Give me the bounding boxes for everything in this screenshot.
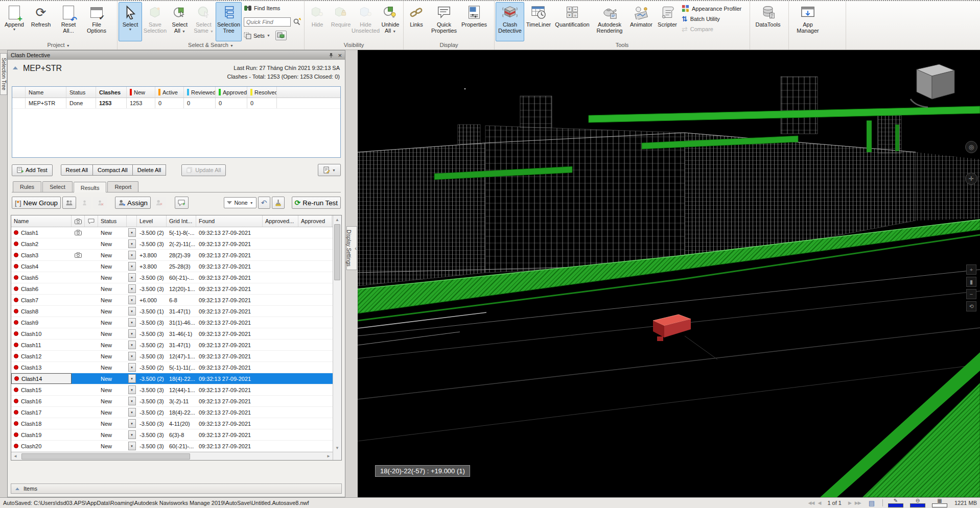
zoom-in-button[interactable]: + (966, 264, 976, 275)
select-all-button[interactable]: Select All ▼ (168, 2, 192, 41)
quick-find-input[interactable] (244, 17, 291, 27)
panel-title-bar[interactable]: Clash Detective × (8, 51, 345, 60)
tab-report[interactable]: Report (107, 181, 138, 192)
ribbon-group-label-project[interactable]: Project ▼ (0, 41, 117, 50)
status-dropdown[interactable]: ▼ (128, 442, 136, 450)
group-selected-button[interactable] (62, 197, 76, 209)
selection-tree-side-tab[interactable]: Selection Tree (0, 53, 7, 95)
remove-from-group-button[interactable] (93, 197, 107, 209)
reset-all-button[interactable]: ↶ Reset All... (54, 2, 83, 41)
status-dropdown[interactable]: ▼ (128, 374, 136, 383)
quick-find-search-icon[interactable] (293, 18, 301, 26)
clash-result-row[interactable]: Clash5 New ▼ -3.500 (3) 60(-21)-... 09:3… (11, 272, 333, 283)
hide-unselected-button[interactable]: Hide Unselected (353, 2, 379, 41)
status-dropdown[interactable]: ▼ (128, 318, 136, 327)
file-options-button[interactable]: ✔ File Options (83, 2, 110, 41)
clash-result-row[interactable]: Clash13 New ▼ -3.500 (2) 5(-1)-11(... 09… (11, 362, 333, 373)
appearance-profiler-button[interactable]: Appearance Profiler (682, 4, 741, 13)
clash-result-row[interactable]: Clash16 New ▼ -3.500 (3) 3(-2)-11 09:32:… (11, 396, 333, 407)
filter-dropdown[interactable]: None ▼ (224, 197, 256, 208)
col-saved-viewpoint[interactable] (72, 215, 85, 227)
status-dropdown[interactable]: ▼ (128, 262, 136, 271)
clash-result-row[interactable]: Clash17 New ▼ -3.500 (2) 18(4)-22... 09:… (11, 407, 333, 418)
reset-all-test-button[interactable]: Reset All (61, 164, 93, 176)
select-button[interactable]: Select▼ (119, 2, 142, 41)
status-dropdown[interactable]: ▼ (128, 284, 136, 293)
horizontal-scrollbar[interactable]: ◄ ► (11, 452, 333, 460)
highlight-all-button[interactable] (272, 197, 285, 209)
zoom-out-button[interactable]: − (966, 289, 976, 299)
refresh-button[interactable]: ⟳ Refresh (28, 2, 54, 41)
select-same-button[interactable]: Select Same ▼ (192, 2, 216, 41)
clash-result-row[interactable]: Clash7 New ▼ +6.000 6-8 09:32:13 27-09-2… (11, 295, 333, 306)
datatools-button[interactable]: DataTools (751, 2, 785, 41)
hide-button[interactable]: Hide (306, 2, 329, 41)
update-all-button[interactable]: Update All (181, 164, 226, 176)
status-dropdown[interactable]: ▼ (128, 363, 136, 372)
ribbon-group-label-display[interactable]: Display (404, 41, 494, 50)
items-section-bar[interactable]: Items (11, 483, 342, 494)
compare-button[interactable]: ⇄ Compare (682, 25, 741, 33)
clash-result-row[interactable]: Clash1 New ▼ -3.500 (2) 5(-1)-8(-... 09:… (11, 227, 333, 238)
first-sheet-icon[interactable]: ◀◀ (808, 500, 814, 505)
vertical-scroll-thumb[interactable] (334, 224, 340, 280)
rerun-test-button[interactable]: ⟳ Re-run Test (292, 197, 341, 209)
col-comments[interactable] (85, 215, 98, 227)
col-level[interactable]: Level (137, 215, 167, 227)
save-selection-button[interactable]: Save Selection (142, 2, 168, 41)
append-button[interactable]: + Append▼ (1, 2, 28, 41)
clash-result-row[interactable]: Clash12 New ▼ -3.500 (3) 12(47)-1... 09:… (11, 351, 333, 362)
clash-result-row[interactable]: Clash8 New ▼ -3.500 (1) 31-47(1) 09:32:1… (11, 306, 333, 317)
col-name[interactable]: Name (11, 215, 72, 227)
status-dropdown[interactable]: ▼ (128, 307, 136, 316)
status-dropdown[interactable]: ▼ (128, 385, 136, 394)
manage-sets-button[interactable] (275, 31, 287, 40)
delete-all-button[interactable]: Delete All (132, 164, 166, 176)
quantification-button[interactable]: +−×= Quantification (553, 2, 592, 41)
add-comment-button[interactable]: + (175, 197, 189, 209)
viewport-3d[interactable]: ◎ ✛ + ▮ − ⟲ 18(-20)-22(-57) : +19.000 (1… (358, 50, 980, 497)
ribbon-group-label-tools[interactable]: Tools (495, 41, 750, 50)
clash-result-row[interactable]: Clash14 New ▼ -3.500 (2) 18(4)-22... 09:… (11, 373, 333, 384)
tab-results[interactable]: Results (74, 182, 107, 192)
col-approved[interactable]: Approved (298, 215, 332, 227)
status-dropdown[interactable]: ▼ (128, 419, 136, 428)
clash-result-row[interactable]: Clash11 New ▼ -3.500 (2) 31-47(1) 09:32:… (11, 340, 333, 351)
pan-button[interactable]: ✛ (965, 173, 977, 185)
col-grid-intersection[interactable]: Grid Int... (167, 215, 196, 227)
report-export-button[interactable]: ▼ (318, 164, 341, 176)
unhide-all-button[interactable]: Unhide All ▼ (379, 2, 402, 41)
find-items-button[interactable]: Find Items (244, 3, 301, 13)
properties-button[interactable]: Properties (460, 2, 488, 41)
col-approved-by[interactable]: Approved... (263, 215, 298, 227)
clash-result-row[interactable]: Clash15 New ▼ -3.500 (3) 12(44)-1... 09:… (11, 384, 333, 396)
status-dropdown[interactable]: ▼ (128, 228, 136, 237)
last-sheet-icon[interactable]: ▶▶ (855, 500, 861, 505)
col-status[interactable]: Status (98, 215, 127, 227)
add-test-button[interactable]: + Add Test (12, 164, 53, 176)
quick-properties-button[interactable]: Quick Properties (428, 2, 460, 41)
clash-detective-button[interactable]: Clash Detective (496, 2, 524, 41)
batch-utility-button[interactable]: ⇅ Batch Utility (682, 14, 741, 23)
new-group-button[interactable]: [*] New Group (12, 197, 61, 209)
prev-sheet-icon[interactable]: ◀ (818, 500, 821, 505)
col-found[interactable]: Found (196, 215, 263, 227)
ribbon-group-label-select-search[interactable]: Select & Search ▼ (118, 41, 304, 50)
status-dropdown[interactable]: ▼ (128, 239, 136, 248)
navigation-wheel-button[interactable]: ◎ (965, 141, 977, 153)
scripter-button[interactable]: Scripter (655, 2, 680, 41)
clash-result-row[interactable]: Clash20 New ▼ -3.500 (3) 60(-21)-... 09:… (11, 441, 333, 452)
horizontal-scroll-thumb[interactable] (21, 453, 190, 459)
close-icon[interactable]: × (338, 53, 342, 58)
clash-result-row[interactable]: Clash9 New ▼ -3.500 (3) 31(1)-46... 09:3… (11, 317, 333, 328)
zoom-slider[interactable]: ▮ (966, 277, 976, 287)
assign-button[interactable]: Assign (115, 197, 151, 209)
clash-result-row[interactable]: Clash18 New ▼ -3.500 (3) 4-11(20) 09:32:… (11, 418, 333, 429)
clash-result-row[interactable]: Clash19 New ▼ -3.500 (3) 6(3)-8 09:32:13… (11, 429, 333, 441)
status-dropdown[interactable]: ▼ (128, 251, 136, 259)
orbit-button[interactable]: ⟲ (966, 301, 976, 311)
collapse-test-chevron-icon[interactable] (13, 66, 18, 69)
display-settings-side-tab[interactable]: ‹ Display Settings (346, 226, 357, 270)
selection-tree-button[interactable]: Selection Tree (216, 2, 242, 41)
status-dropdown[interactable]: ▼ (128, 341, 136, 349)
